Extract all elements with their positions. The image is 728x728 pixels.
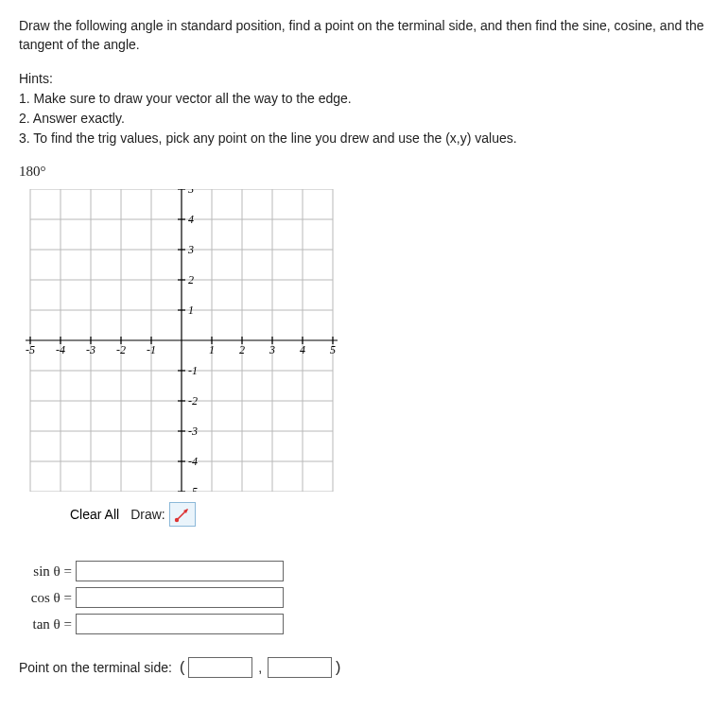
clear-all-button[interactable]: Clear All	[64, 504, 125, 525]
y-tick-label: 4	[188, 213, 194, 226]
angle-value: 180°	[19, 164, 709, 180]
y-tick-label: 5	[188, 189, 194, 196]
instruction-text: Draw the following angle in standard pos…	[19, 17, 709, 54]
close-paren: )	[336, 659, 340, 676]
open-paren: (	[180, 659, 184, 676]
tan-input[interactable]	[76, 614, 284, 634]
y-tick-label: 2	[188, 273, 194, 286]
y-tick-label: 1	[188, 303, 194, 317]
x-tick-label: 3	[269, 343, 275, 356]
cos-input[interactable]	[76, 587, 284, 608]
coordinate-graph[interactable]: -5 -4 -3 -2 -1 1 2 3 4 5 -5 -4 -3 -2 -1 …	[11, 189, 352, 494]
x-tick-label: 2	[239, 343, 245, 356]
y-tick-label: -4	[188, 455, 198, 468]
arrow-ray-icon	[173, 505, 192, 524]
tan-label: tan θ =	[19, 616, 76, 633]
draw-ray-tool-button[interactable]	[169, 502, 196, 527]
y-tick-label: -2	[188, 394, 198, 407]
cos-label: cos θ =	[19, 590, 76, 606]
point-label: Point on the terminal side:	[19, 660, 176, 675]
hint-item: 2. Answer exactly.	[19, 109, 709, 129]
hint-item: 1. Make sure to draw your vector all the…	[19, 89, 709, 109]
x-tick-label: 5	[330, 343, 336, 356]
x-tick-label: -5	[26, 343, 35, 356]
point-x-input[interactable]	[188, 657, 252, 678]
terminal-point-row: Point on the terminal side: ( , )	[19, 657, 709, 678]
hints-title: Hints:	[19, 69, 709, 89]
point-y-input[interactable]	[268, 657, 332, 678]
x-tick-label: 4	[300, 343, 305, 356]
x-tick-label: -4	[56, 343, 65, 356]
sin-input[interactable]	[76, 561, 284, 581]
x-tick-label: -1	[147, 343, 156, 356]
hint-item: 3. To find the trig values, pick any poi…	[19, 129, 709, 148]
y-tick-label: -1	[188, 364, 198, 377]
draw-label: Draw:	[129, 507, 165, 522]
x-tick-label: -2	[116, 343, 126, 356]
graph-toolbar: Clear All Draw:	[19, 502, 709, 527]
sin-label: sin θ =	[19, 563, 76, 580]
trig-answers: sin θ = cos θ = tan θ =	[19, 561, 709, 634]
y-tick-label: -5	[188, 485, 198, 492]
hints-block: Hints: 1. Make sure to draw your vector …	[19, 69, 709, 148]
comma: ,	[256, 660, 264, 675]
x-tick-label: -3	[86, 343, 95, 356]
y-tick-label: -3	[188, 425, 198, 438]
y-tick-label: 3	[187, 243, 194, 256]
x-tick-label: 1	[209, 343, 215, 356]
